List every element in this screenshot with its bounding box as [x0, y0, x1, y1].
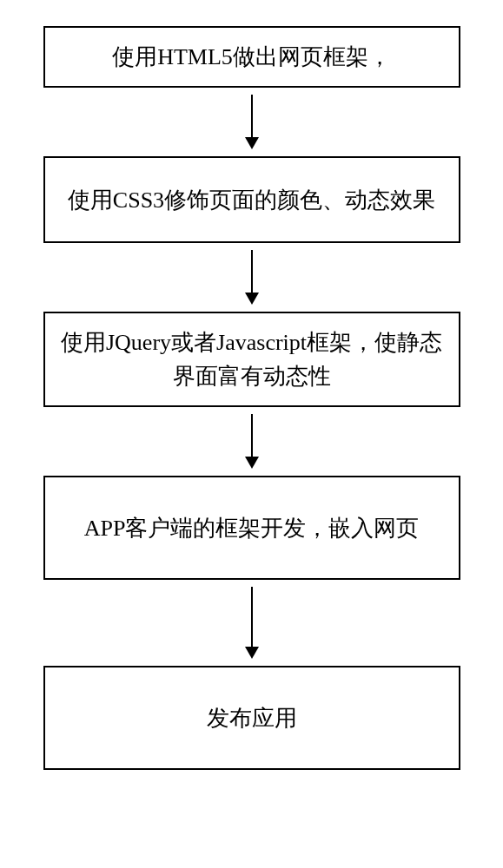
step-text: 发布应用 [207, 701, 297, 735]
arrow-head-icon [245, 457, 259, 469]
arrow-4 [245, 587, 259, 659]
arrow-2 [245, 250, 259, 305]
arrow-head-icon [245, 647, 259, 659]
arrow-line [251, 250, 253, 293]
step-box-3: 使用JQuery或者Javascript框架，使静态界面富有动态性 [43, 312, 460, 407]
step-text: 使用CSS3修饰页面的颜色、动态效果 [68, 183, 435, 217]
arrow-head-icon [245, 137, 259, 149]
step-box-5: 发布应用 [43, 666, 460, 770]
step-text: 使用JQuery或者Javascript框架，使静态界面富有动态性 [61, 326, 443, 393]
arrow-line [251, 414, 253, 457]
step-box-2: 使用CSS3修饰页面的颜色、动态效果 [43, 156, 460, 243]
arrow-1 [245, 95, 259, 149]
arrow-3 [245, 414, 259, 469]
arrow-head-icon [245, 293, 259, 305]
step-text: 使用HTML5做出网页框架， [112, 40, 391, 74]
arrow-line [251, 95, 253, 138]
arrow-line [251, 587, 253, 648]
step-text: APP客户端的框架开发，嵌入网页 [84, 511, 420, 545]
step-box-1: 使用HTML5做出网页框架， [43, 26, 460, 88]
step-box-4: APP客户端的框架开发，嵌入网页 [43, 476, 460, 580]
flowchart-container: 使用HTML5做出网页框架， 使用CSS3修饰页面的颜色、动态效果 使用JQue… [43, 26, 460, 770]
